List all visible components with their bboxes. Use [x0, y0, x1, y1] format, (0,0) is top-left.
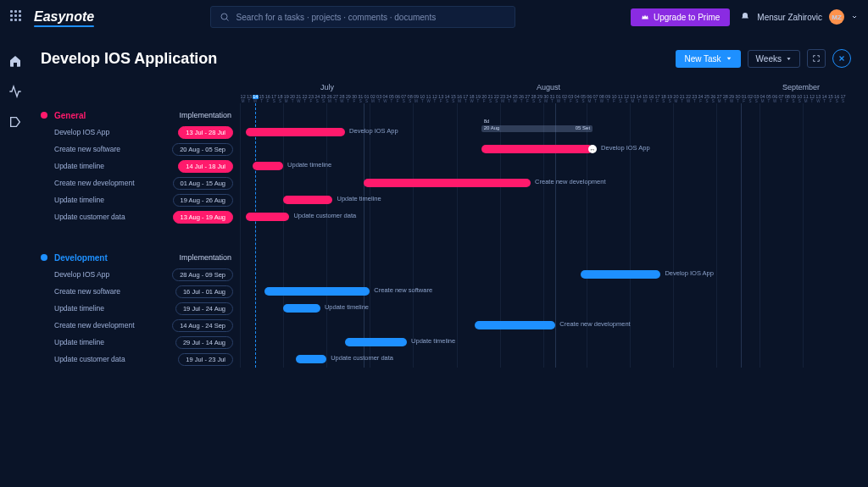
close-button[interactable] [832, 49, 851, 68]
gantt-ghost-bar[interactable]: 8d20 Aug05 Set [481, 125, 593, 132]
brand-logo[interactable]: Easynote [34, 9, 94, 25]
day-tick: 30F [351, 95, 357, 103]
day-tick: 29S [537, 95, 542, 103]
date-range-pill[interactable]: 29 Jul - 14 Aug [175, 336, 233, 349]
fullscreen-button[interactable] [807, 49, 826, 68]
resize-handle[interactable]: ↔ [588, 145, 597, 153]
date-range-pill[interactable]: 13 Aug - 19 Aug [173, 211, 233, 224]
task-row[interactable]: Create new software16 Jul - 01 Aug [41, 283, 240, 300]
date-range-pill[interactable]: 16 Jul - 01 Aug [175, 285, 233, 298]
gantt-bar-label: Create new software [374, 286, 432, 294]
day-tick: 22W [685, 95, 691, 103]
new-task-button[interactable]: New Task [676, 50, 740, 68]
date-range-pill[interactable]: 19 Jul - 23 Jul [178, 353, 233, 366]
task-row[interactable]: Update customer data13 Aug - 19 Aug [41, 208, 240, 225]
day-tick: 22T [302, 95, 308, 103]
task-row[interactable]: Create new software20 Aug - 05 Sep [41, 141, 240, 158]
activity-icon[interactable] [8, 85, 22, 98]
upgrade-button[interactable]: Upgrade to Prime [631, 8, 730, 26]
task-row[interactable]: Update timeline19 Jul - 24 Aug [41, 300, 240, 317]
day-tick: 26S [710, 95, 716, 103]
task-row[interactable]: Update timeline14 Jul - 18 Jul [41, 158, 240, 174]
search-input[interactable]: Search for a tasks · projects · comments… [210, 6, 515, 28]
month-label: July [320, 83, 334, 91]
task-row[interactable]: Develop IOS App28 Aug - 09 Sep [41, 266, 240, 283]
home-icon[interactable] [8, 54, 22, 68]
day-tick: 27M [716, 95, 722, 103]
date-range-pill[interactable]: 19 Jul - 24 Aug [175, 302, 233, 315]
gantt-bar[interactable] [345, 338, 407, 346]
group-name[interactable]: Development [54, 253, 108, 263]
gantt-bar[interactable] [296, 355, 327, 363]
day-tick: 29W [728, 95, 734, 103]
day-tick: 13W [815, 95, 821, 103]
gantt-bar[interactable] [283, 304, 320, 313]
gantt-bar-label: Develop IOS App [665, 269, 714, 277]
gantt-bar[interactable] [283, 196, 332, 204]
date-range-pill[interactable]: 20 Aug - 05 Sep [172, 143, 233, 156]
gantt-bar-label: Update customer data [293, 212, 356, 219]
day-tick: 17T [463, 95, 469, 103]
day-tick: 24S [314, 95, 320, 103]
day-tick: 31T [549, 95, 555, 103]
day-tick: 02T [561, 95, 567, 103]
day-tick: 25W [512, 95, 518, 103]
gantt-bar[interactable] [264, 287, 370, 296]
gantt-bar[interactable] [246, 213, 289, 221]
gantt-bar[interactable] [475, 321, 555, 329]
gantt-bar[interactable] [246, 128, 345, 136]
implementation-header: Implementation [179, 253, 240, 262]
day-tick: 20T [289, 95, 295, 103]
task-name: Update timeline [54, 338, 104, 346]
day-tick: 15T [259, 95, 264, 103]
day-tick: 11S [617, 95, 623, 103]
date-range-pill[interactable]: 28 Aug - 09 Sep [172, 268, 233, 281]
task-name: Develop IOS App [54, 128, 109, 136]
date-range-pill[interactable]: 14 Jul - 18 Jul [178, 160, 233, 173]
task-row[interactable]: Create new development14 Aug - 24 Sep [41, 317, 240, 334]
day-tick: 02S [747, 95, 753, 103]
day-tick: 03T [376, 95, 382, 103]
date-range-pill[interactable]: 01 Aug - 15 Aug [173, 177, 233, 190]
day-tick: 26M [326, 95, 332, 103]
day-tick: 18S [660, 95, 666, 103]
day-tick: 28T [722, 95, 728, 103]
month-label: September [782, 83, 820, 91]
day-tick: 02M [370, 95, 376, 103]
day-tick: 04M [760, 95, 765, 103]
day-tick: 04W [382, 95, 388, 103]
play-tag-icon[interactable] [8, 115, 22, 129]
date-range-pill[interactable]: 14 Aug - 24 Sep [172, 319, 233, 332]
task-row[interactable]: Develop IOS App13 Jul - 28 Jul [41, 124, 240, 141]
day-tick: 01W [555, 95, 561, 103]
task-name: Update timeline [54, 304, 104, 313]
day-tick: 06M [587, 95, 593, 103]
bell-icon[interactable] [740, 12, 750, 22]
date-range-pill[interactable]: 19 Aug - 26 Aug [173, 194, 233, 207]
day-tick: 23T [692, 95, 698, 103]
day-tick: 16F [264, 95, 270, 103]
gantt-bar[interactable] [481, 145, 593, 153]
group-name[interactable]: General [54, 111, 86, 120]
day-tick: 31S [358, 95, 364, 103]
day-tick: 22S [493, 95, 499, 103]
gantt-bar[interactable] [253, 162, 284, 170]
timescale-select[interactable]: Weeks [748, 50, 800, 68]
task-row[interactable]: Update customer data19 Jul - 23 Jul [41, 351, 240, 368]
gantt-bar[interactable] [581, 270, 661, 279]
chevron-down-icon[interactable] [851, 14, 858, 20]
svg-point-0 [221, 14, 227, 19]
day-tick: 12S [623, 95, 629, 103]
avatar[interactable]: MZ [829, 9, 844, 25]
day-tick: 07S [401, 95, 407, 103]
gantt-bar[interactable] [364, 179, 531, 187]
task-row[interactable]: Update timeline29 Jul - 14 Aug [41, 334, 240, 351]
date-range-pill[interactable]: 13 Jul - 28 Jul [178, 126, 233, 139]
task-row[interactable]: Update timeline19 Aug - 26 Aug [41, 191, 240, 208]
day-tick: 28W [339, 95, 345, 103]
apps-grid-icon[interactable] [10, 10, 24, 24]
day-tick: 20M [673, 95, 679, 103]
day-tick: 21W [296, 95, 302, 103]
day-tick: 13T [246, 95, 252, 103]
task-row[interactable]: Create new development01 Aug - 15 Aug [41, 174, 240, 191]
